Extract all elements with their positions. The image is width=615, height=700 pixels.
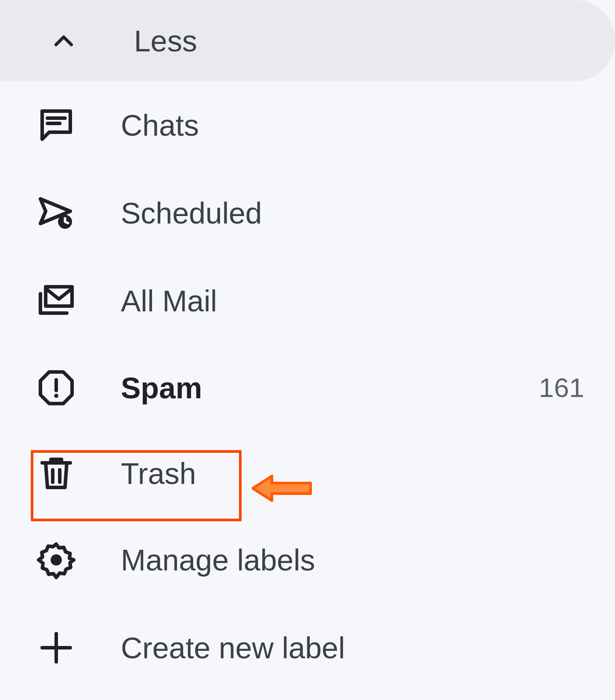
sidebar-item-chats[interactable]: Chats xyxy=(0,81,615,169)
sidebar-item-trash[interactable]: Trash xyxy=(0,430,615,516)
sidebar-item-label: Trash xyxy=(121,456,196,491)
sidebar-item-count: 161 xyxy=(539,372,584,403)
chevron-up-icon xyxy=(48,25,97,56)
plus-icon xyxy=(35,627,83,669)
sidebar-item-manage-labels[interactable]: Manage labels xyxy=(0,516,615,604)
sidebar-item-scheduled[interactable]: Scheduled xyxy=(0,169,615,257)
chat-icon xyxy=(35,104,83,146)
svg-point-6 xyxy=(54,393,58,398)
sidebar-item-label: All Mail xyxy=(121,284,217,318)
sidebar-item-label: Spam xyxy=(121,371,202,405)
sidebar-item-spam[interactable]: Spam 161 xyxy=(0,345,615,430)
sidebar-item-less[interactable]: Less xyxy=(0,0,615,81)
svg-point-9 xyxy=(51,554,62,566)
sidebar-item-label: Chats xyxy=(121,108,199,142)
scheduled-icon xyxy=(35,192,83,234)
sidebar-item-label: Less xyxy=(134,24,197,58)
all-mail-icon xyxy=(35,280,83,322)
gear-icon xyxy=(35,539,83,581)
sidebar-item-label: Manage labels xyxy=(121,543,315,577)
sidebar-item-all-mail[interactable]: All Mail xyxy=(0,257,615,345)
sidebar-item-label: Scheduled xyxy=(121,196,262,230)
spam-icon xyxy=(35,367,83,409)
sidebar-item-create-label[interactable]: Create new label xyxy=(0,604,615,692)
sidebar-item-label: Create new label xyxy=(121,631,345,665)
trash-icon xyxy=(35,452,83,494)
